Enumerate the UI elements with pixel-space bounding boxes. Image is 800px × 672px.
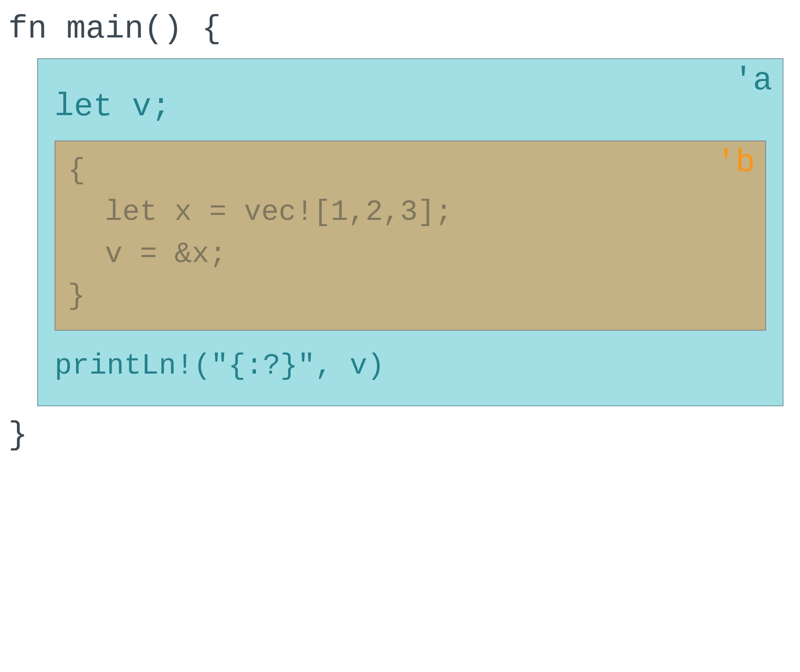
let-v-declaration: let v;	[55, 86, 766, 128]
let-x-declaration: let x = vec![1,2,3];	[68, 191, 753, 234]
println-call: printLn!("{:?}", v)	[55, 347, 766, 385]
fn-signature: fn main() {	[8, 8, 792, 50]
lifetime-a-label: 'a	[733, 62, 772, 99]
v-assignment: v = &x;	[68, 234, 753, 276]
main-close-brace: }	[8, 415, 792, 456]
inner-open-brace: {	[68, 150, 753, 192]
scope-b-box: 'b { let x = vec![1,2,3]; v = &x; }	[55, 141, 766, 331]
inner-close-brace: }	[68, 275, 753, 317]
scope-a-box: 'a let v; 'b { let x = vec![1,2,3]; v = …	[37, 58, 783, 406]
